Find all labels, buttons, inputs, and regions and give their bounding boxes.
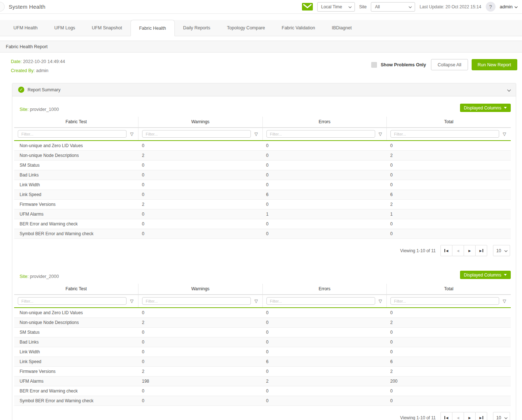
show-problems-checkbox[interactable] (371, 62, 377, 68)
column-header-errors[interactable]: Errors (262, 117, 387, 128)
table-row[interactable]: UFM Alarms1982200 (14, 377, 511, 386)
column-filter-input[interactable] (266, 297, 375, 305)
cell-errors: 0 (262, 396, 387, 406)
table-row[interactable]: Firmware Versions202 (14, 367, 511, 377)
table-row[interactable]: Bad Links000 (14, 170, 511, 180)
user-menu[interactable]: admin (500, 4, 517, 9)
filter-funnel-icon[interactable]: ▽ (503, 132, 506, 136)
displayed-columns-button[interactable]: Displayed Columns (460, 271, 511, 279)
table-row[interactable]: SM Status000 (14, 161, 511, 170)
table-row[interactable]: Symbol BER Error and Warning check000 (14, 396, 511, 406)
column-header-total[interactable]: Total (387, 284, 511, 295)
table-row[interactable]: Symbol BER Error and Warning check000 (14, 229, 511, 239)
table-header-row: Fabric TestWarningsErrorsTotal (14, 117, 511, 128)
panel-title-bar: Fabric Health Report (0, 41, 522, 53)
filter-funnel-icon[interactable]: ▽ (379, 132, 382, 136)
column-filter-input[interactable] (142, 130, 251, 138)
table-row[interactable]: Link Speed066 (14, 190, 511, 200)
site-line: Site: provider_1000 (20, 107, 59, 112)
cell-warnings: 0 (138, 161, 263, 170)
filter-funnel-icon[interactable]: ▽ (254, 132, 258, 136)
pagination: Viewing 1-10 of 11 ◀ ◀ ▶ ▶ 10 (14, 239, 511, 263)
tab-daily-reports[interactable]: Daily Reports (175, 20, 219, 36)
cell-fabric-test: UFM Alarms (14, 209, 138, 219)
filter-funnel-icon[interactable]: ▽ (503, 299, 506, 303)
collapse-all-button[interactable]: Collapse All (431, 59, 468, 70)
table-row[interactable]: SM Status000 (14, 328, 511, 337)
page-size-select[interactable]: 10 (493, 245, 510, 256)
cell-total: 2 (387, 318, 511, 328)
table-row[interactable]: Bad Links000 (14, 337, 511, 347)
page-title: System Health (9, 4, 45, 10)
table-row[interactable]: UFM Alarms011 (14, 209, 511, 219)
column-header-fabric-test[interactable]: Fabric Test (14, 284, 138, 295)
tab-ufm-logs[interactable]: UFM Logs (46, 20, 84, 36)
cell-errors: 0 (262, 367, 387, 377)
page-size-select[interactable]: 10 (493, 412, 510, 420)
table-row[interactable]: Firmware Versions202 (14, 200, 511, 209)
timezone-select[interactable]: Local Time (317, 2, 355, 12)
collapse-section-control[interactable] (508, 87, 510, 92)
fabric-health-table: Fabric TestWarningsErrorsTotal ▽ ▽ ▽ ▽ N… (14, 284, 511, 406)
filter-funnel-icon[interactable]: ▽ (379, 299, 382, 303)
column-filter-input[interactable] (390, 297, 499, 305)
table-row[interactable]: BER Error and Warning check000 (14, 219, 511, 229)
table-row[interactable]: Link Speed066 (14, 357, 511, 367)
cell-total: 0 (387, 386, 511, 396)
cell-total: 0 (387, 396, 511, 406)
last-page-button[interactable]: ▶ (475, 412, 487, 420)
table-row[interactable]: Non-unique and Zero LID Values000 (14, 308, 511, 318)
column-header-fabric-test[interactable]: Fabric Test (14, 117, 138, 128)
sidebar-toggle[interactable] (0, 2, 5, 12)
table-row[interactable]: Non-unique and Zero LID Values000 (14, 141, 511, 151)
cell-errors: 2 (262, 377, 387, 386)
mail-icon[interactable] (302, 3, 313, 11)
report-summary-header[interactable]: ✓ Report Summary (12, 83, 516, 96)
cell-warnings: 0 (138, 190, 263, 200)
tab-ufm-health[interactable]: UFM Health (5, 20, 46, 36)
displayed-columns-button[interactable]: Displayed Columns (460, 104, 511, 112)
last-page-button[interactable]: ▶ (475, 245, 487, 256)
next-page-icon: ▶ (468, 249, 471, 253)
table-row[interactable]: Link Width000 (14, 180, 511, 190)
column-header-errors[interactable]: Errors (262, 284, 387, 295)
column-filter-input[interactable] (18, 297, 127, 305)
cell-warnings: 0 (138, 386, 263, 396)
tab-ibdiagnet[interactable]: IBDiagnet (323, 20, 360, 36)
last-page-icon: ▶ (479, 249, 483, 253)
table-row[interactable]: BER Error and Warning check000 (14, 386, 511, 396)
previous-page-button[interactable]: ◀ (452, 412, 464, 420)
column-filter-input[interactable] (142, 297, 251, 305)
next-page-button[interactable]: ▶ (464, 245, 476, 256)
previous-page-button[interactable]: ◀ (452, 245, 464, 256)
tab-topology-compare[interactable]: Topology Compare (219, 20, 273, 36)
first-page-button[interactable]: ◀ (440, 412, 452, 420)
table-row[interactable]: Link Width000 (14, 347, 511, 357)
tab-fabric-health[interactable]: Fabric Health (130, 20, 175, 36)
help-icon[interactable]: ? (486, 2, 496, 12)
cell-warnings: 0 (138, 396, 263, 406)
cell-fabric-test: Firmware Versions (14, 200, 138, 209)
column-header-warnings[interactable]: Warnings (138, 117, 263, 128)
first-page-button[interactable]: ◀ (440, 245, 452, 256)
column-filter-input[interactable] (390, 130, 499, 138)
run-new-report-button[interactable]: Run New Report (472, 59, 517, 70)
report-meta: Date: 2022-10-20 14:49:44 Created By: ad… (11, 59, 65, 77)
column-filter-input[interactable] (18, 130, 127, 138)
column-header-warnings[interactable]: Warnings (138, 284, 263, 295)
filter-funnel-icon[interactable]: ▽ (130, 299, 133, 303)
filter-funnel-icon[interactable]: ▽ (130, 132, 133, 136)
column-header-total[interactable]: Total (387, 117, 511, 128)
next-page-button[interactable]: ▶ (464, 412, 476, 420)
column-filter-input[interactable] (266, 130, 375, 138)
table-row[interactable]: Non-unique Node Descriptions202 (14, 151, 511, 161)
tab-ufm-snapshot[interactable]: UFM Snapshot (83, 20, 130, 36)
table-row[interactable]: Non-unique Node Descriptions202 (14, 318, 511, 328)
cell-warnings: 0 (138, 141, 263, 151)
panel-title: Fabric Health Report (6, 44, 47, 49)
site-select[interactable]: All (371, 2, 415, 12)
tab-fabric-validation[interactable]: Fabric Validation (273, 20, 323, 36)
first-page-icon: ◀ (444, 249, 448, 253)
report-header: Date: 2022-10-20 14:49:44 Created By: ad… (0, 53, 522, 79)
filter-funnel-icon[interactable]: ▽ (254, 299, 258, 303)
